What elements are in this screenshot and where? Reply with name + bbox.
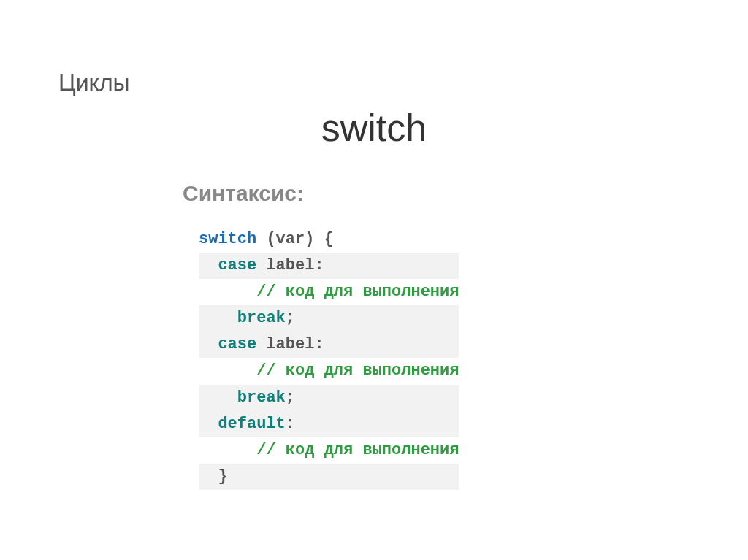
code-comment: // код для выполнения	[256, 441, 459, 459]
page-title: switch	[0, 106, 748, 150]
code-line-2: case label:	[199, 253, 459, 279]
syntax-label: Синтаксис:	[183, 181, 304, 206]
code-text: label:	[256, 256, 324, 275]
code-line-5: case label:	[199, 331, 459, 358]
keyword-break: break	[237, 309, 286, 327]
code-line-7: break;	[199, 385, 459, 411]
code-text: }	[218, 467, 227, 486]
keyword-case: case	[218, 335, 256, 353]
code-line-1: switch (var) {	[199, 226, 459, 253]
code-line-4: break;	[199, 305, 459, 331]
code-line-10: }	[199, 464, 459, 490]
code-line-9: // код для выполнения	[199, 437, 459, 464]
keyword-switch: switch	[199, 230, 256, 248]
keyword-break: break	[237, 388, 286, 407]
code-text: (var) {	[256, 230, 334, 248]
code-block: switch (var) { case label: // код для вы…	[199, 226, 459, 490]
code-line-6: // код для выполнения	[199, 358, 459, 384]
code-text: ;	[286, 309, 295, 327]
code-line-3: // код для выполнения	[199, 279, 459, 305]
code-comment: // код для выполнения	[256, 361, 459, 380]
breadcrumb: Циклы	[58, 69, 130, 96]
keyword-default: default	[218, 415, 285, 433]
code-line-8: default:	[199, 411, 459, 437]
code-text: :	[286, 415, 295, 433]
code-text: label:	[256, 335, 324, 353]
code-comment: // код для выполнения	[256, 283, 459, 301]
code-text: ;	[286, 388, 295, 407]
keyword-case: case	[218, 256, 256, 275]
